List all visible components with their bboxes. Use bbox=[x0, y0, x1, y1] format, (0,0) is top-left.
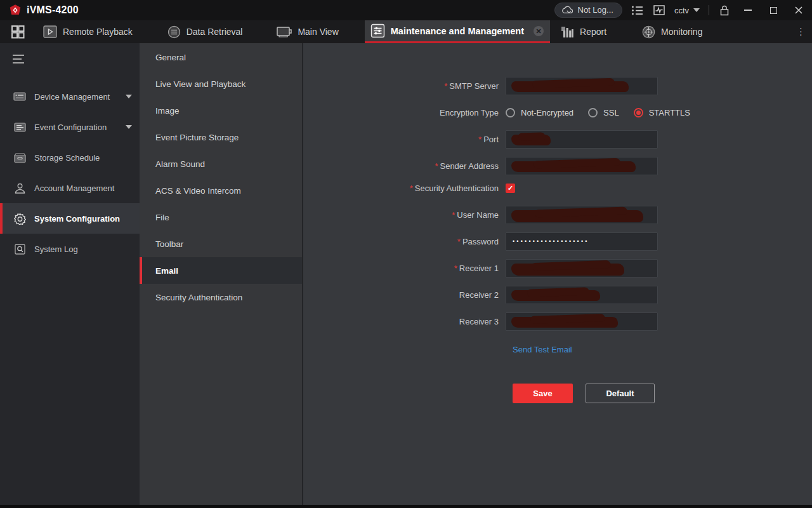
radio-circle-icon bbox=[506, 108, 515, 117]
sidebar-item-label: Account Management bbox=[34, 184, 114, 193]
receiver2-label: Receiver 2 bbox=[303, 290, 506, 300]
submenu-item-acs-video-intercom[interactable]: ACS & Video Intercom bbox=[140, 177, 302, 204]
submenu-item-security-authentication[interactable]: Security Authentication bbox=[140, 284, 302, 311]
tab-monitoring[interactable]: Monitoring bbox=[642, 20, 702, 43]
email-settings-panel: *SMTP Server Encryption Type Not-Encrypt… bbox=[303, 43, 812, 505]
sidebar-item-label: System Log bbox=[34, 244, 78, 254]
storage-icon bbox=[13, 153, 27, 163]
tab-label: Data Retrieval bbox=[187, 27, 243, 37]
encryption-type-label: Encryption Type bbox=[303, 108, 506, 117]
left-sidebar: Device Management Event Configuration bbox=[0, 43, 140, 505]
port-input[interactable] bbox=[506, 130, 658, 149]
modules-grid-icon[interactable] bbox=[10, 20, 25, 43]
radio-selected-icon bbox=[634, 108, 643, 117]
redaction-scribble bbox=[511, 317, 618, 328]
system-monitor-icon[interactable] bbox=[653, 4, 665, 17]
maintenance-icon bbox=[370, 23, 385, 38]
sidebar-item-device-management[interactable]: Device Management bbox=[0, 81, 140, 112]
login-status-button[interactable]: Not Log... bbox=[554, 3, 622, 18]
maximize-button[interactable] bbox=[765, 3, 782, 18]
submenu-item-live-view-and-playback[interactable]: Live View and Playback bbox=[140, 70, 302, 97]
save-button[interactable]: Save bbox=[513, 384, 573, 403]
tab-data-retrieval[interactable]: Data Retrieval bbox=[167, 20, 243, 43]
smtp-server-input[interactable] bbox=[506, 77, 658, 95]
bottom-strip bbox=[0, 505, 812, 508]
settings-submenu: General Live View and Playback Image Eve… bbox=[140, 43, 303, 505]
user-icon bbox=[13, 183, 27, 194]
app-title: iVMS-4200 bbox=[27, 4, 79, 16]
password-label: *Password bbox=[303, 237, 506, 246]
sender-address-label: *Sender Address bbox=[303, 161, 506, 171]
submenu-item-file[interactable]: File bbox=[140, 204, 302, 231]
sidebar-item-label: System Configuration bbox=[34, 214, 120, 224]
task-list-icon[interactable] bbox=[631, 4, 644, 17]
tab-remote-playback[interactable]: Remote Playback bbox=[43, 20, 133, 43]
sender-address-input[interactable] bbox=[506, 157, 658, 175]
receiver1-label: *Receiver 1 bbox=[303, 264, 506, 273]
tab-label: Monitoring bbox=[661, 27, 702, 37]
minimize-button[interactable] bbox=[740, 3, 756, 18]
close-button[interactable] bbox=[790, 3, 807, 18]
tab-label: Report bbox=[580, 27, 606, 37]
security-authentication-checkbox[interactable]: ✓ bbox=[506, 184, 515, 193]
default-button[interactable]: Default bbox=[586, 384, 655, 403]
app-logo-icon bbox=[9, 4, 22, 17]
receiver2-input[interactable] bbox=[506, 286, 658, 304]
titlebar-divider bbox=[709, 5, 709, 15]
redaction-scribble bbox=[511, 161, 636, 172]
sidebar-item-system-log[interactable]: System Log bbox=[0, 234, 140, 264]
submenu-item-image[interactable]: Image bbox=[140, 97, 302, 124]
playback-icon bbox=[43, 25, 57, 38]
smtp-server-label: *SMTP Server bbox=[303, 81, 506, 91]
submenu-item-general[interactable]: General bbox=[140, 44, 302, 70]
sidebar-item-system-configuration[interactable]: System Configuration bbox=[0, 203, 140, 234]
login-status-label: Not Log... bbox=[578, 5, 613, 15]
sidebar-item-storage-schedule[interactable]: Storage Schedule bbox=[0, 142, 140, 173]
submenu-item-toolbar[interactable]: Toolbar bbox=[140, 231, 302, 257]
radio-not-encrypted[interactable]: Not-Encrypted bbox=[506, 108, 573, 117]
submenu-item-alarm-sound[interactable]: Alarm Sound bbox=[140, 150, 302, 177]
tab-label: Main View bbox=[298, 27, 338, 37]
device-icon bbox=[13, 92, 27, 101]
title-bar: iVMS-4200 Not Log... cctv bbox=[0, 0, 812, 20]
receiver1-input[interactable] bbox=[506, 259, 658, 277]
radio-starttls[interactable]: STARTTLS bbox=[634, 108, 690, 117]
sidebar-item-event-configuration[interactable]: Event Configuration bbox=[0, 112, 140, 142]
chevron-down-icon bbox=[126, 125, 132, 129]
chevron-down-icon bbox=[693, 8, 700, 12]
radio-circle-icon bbox=[588, 108, 598, 117]
tab-close-icon[interactable]: ✕ bbox=[534, 26, 544, 36]
submenu-item-event-picture-storage[interactable]: Event Picture Storage bbox=[140, 124, 302, 150]
redaction-scribble bbox=[511, 290, 600, 301]
user-name-input[interactable] bbox=[506, 206, 658, 224]
password-input[interactable]: ••••••••••••••••••• bbox=[506, 232, 658, 251]
sidebar-item-label: Storage Schedule bbox=[34, 153, 100, 163]
account-name: cctv bbox=[674, 6, 689, 15]
monitor-icon bbox=[277, 26, 292, 38]
sidebar-item-account-management[interactable]: Account Management bbox=[0, 173, 140, 203]
send-test-email-link[interactable]: Send Test Email bbox=[513, 345, 572, 354]
receiver3-input[interactable] bbox=[506, 312, 658, 331]
chevron-down-icon bbox=[126, 95, 132, 98]
tab-label: Maintenance and Management bbox=[391, 26, 524, 36]
tab-overflow-menu-icon[interactable]: ⋮ bbox=[796, 26, 806, 37]
collapse-menu-icon[interactable] bbox=[13, 55, 24, 64]
redaction-scribble bbox=[511, 264, 624, 276]
account-menu[interactable]: cctv bbox=[674, 6, 700, 15]
security-authentication-label: *Security Authentication bbox=[303, 184, 506, 193]
tab-maintenance-and-management[interactable]: Maintenance and Management ✕ bbox=[365, 20, 550, 43]
encryption-type-radio-group: Not-Encrypted SSL STARTTLS bbox=[506, 108, 690, 117]
port-label: *Port bbox=[303, 135, 506, 144]
data-retrieval-icon bbox=[167, 25, 181, 39]
radio-ssl[interactable]: SSL bbox=[588, 108, 619, 117]
tab-report[interactable]: Report bbox=[561, 20, 606, 43]
report-chart-icon bbox=[561, 26, 574, 38]
cloud-icon bbox=[562, 6, 573, 14]
log-search-icon bbox=[13, 244, 27, 255]
tab-main-view[interactable]: Main View bbox=[277, 20, 338, 43]
sidebar-item-label: Device Management bbox=[34, 92, 110, 102]
redaction-scribble bbox=[511, 135, 551, 145]
lock-icon[interactable] bbox=[718, 4, 731, 17]
redaction-scribble bbox=[511, 210, 643, 222]
submenu-item-email[interactable]: Email bbox=[140, 257, 302, 284]
